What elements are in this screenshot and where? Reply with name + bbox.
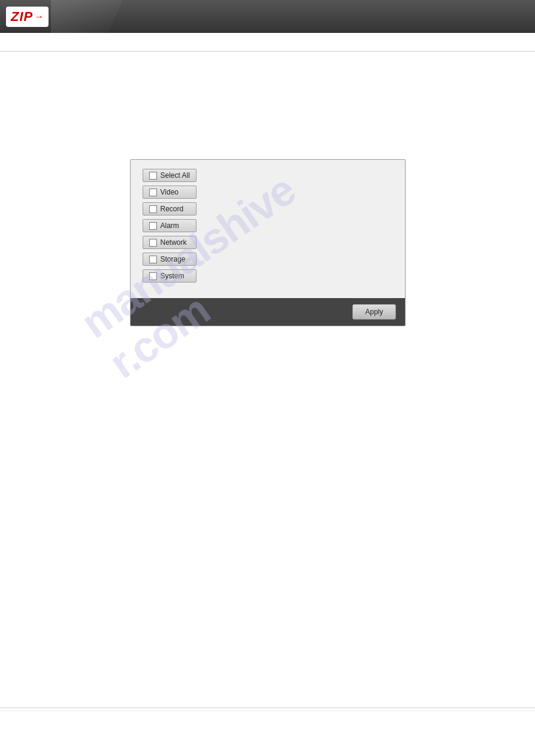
select-all-label: Select All	[161, 171, 190, 180]
main-content: Select All Video Record	[0, 147, 535, 338]
logo-arrow: →	[34, 11, 44, 22]
apply-button[interactable]: Apply	[352, 304, 395, 320]
logo-box: ZIP →	[6, 7, 49, 27]
video-button[interactable]: Video	[143, 186, 197, 199]
storage-label: Storage	[161, 255, 186, 263]
video-label: Video	[161, 188, 179, 196]
checkbox-row-select-all: Select All	[143, 169, 393, 182]
checkbox-row-video: Video	[143, 186, 393, 199]
checkbox-row-network: Network	[143, 236, 393, 249]
dialog-panel: Select All Video Record	[130, 159, 406, 326]
alarm-label: Alarm	[161, 221, 179, 230]
system-label: System	[161, 272, 185, 280]
record-button[interactable]: Record	[143, 202, 197, 215]
dialog-footer: Apply	[131, 298, 405, 326]
network-label: Network	[161, 238, 187, 247]
bottom-divider	[0, 708, 535, 708]
checkbox-network-square	[149, 239, 157, 247]
checkbox-storage-square	[149, 256, 157, 263]
logo-container: ZIP →	[6, 7, 49, 27]
top-divider	[0, 51, 535, 51]
alarm-button[interactable]: Alarm	[143, 219, 197, 232]
checkbox-row-storage: Storage	[143, 253, 393, 266]
checkbox-video-square	[149, 189, 157, 196]
checkbox-row-system: System	[143, 269, 393, 283]
checkbox-select-all-square	[149, 172, 157, 180]
system-button[interactable]: System	[143, 269, 197, 283]
checkbox-row-record: Record	[143, 202, 393, 215]
header-swoosh	[51, 0, 123, 33]
logo-text: ZIP	[11, 9, 33, 25]
dialog-body: Select All Video Record	[131, 160, 405, 298]
checkbox-system-square	[149, 272, 157, 280]
header: ZIP →	[0, 0, 535, 33]
bottom-divider2	[0, 711, 535, 711]
storage-button[interactable]: Storage	[143, 253, 197, 266]
checkbox-record-square	[149, 205, 157, 213]
record-label: Record	[161, 205, 184, 213]
network-button[interactable]: Network	[143, 236, 197, 249]
checkbox-row-alarm: Alarm	[143, 219, 393, 232]
select-all-button[interactable]: Select All	[143, 169, 197, 182]
checkbox-alarm-square	[149, 222, 157, 230]
